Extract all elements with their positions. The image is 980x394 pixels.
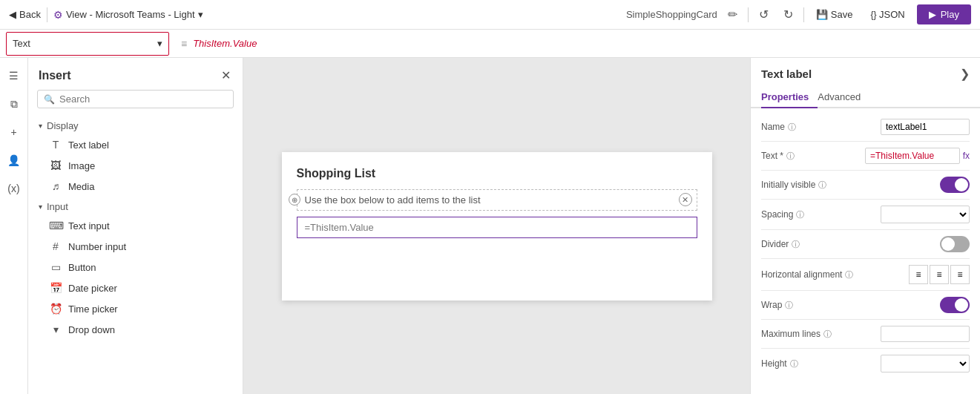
align-center-button[interactable]: ≡ [930, 265, 949, 284]
insert-item-text-label[interactable]: T Text label [28, 134, 243, 155]
divider-align [761, 290, 970, 291]
divider-toggle[interactable] [940, 236, 970, 252]
visible-toggle[interactable] [940, 177, 970, 193]
spacing-label-text: Spacing [761, 209, 793, 220]
props-tabs: Properties Advanced [751, 87, 980, 108]
props-panel: Text label ❯ Properties Advanced Name ⓘ [750, 58, 980, 394]
prop-text-row: Text * ⓘ =ThisItem.Value fx [761, 143, 970, 168]
insert-item-time-picker[interactable]: ⏰ Time picker [28, 298, 243, 319]
play-icon: ▶ [929, 9, 936, 20]
time-picker-text: Time picker [68, 303, 118, 315]
canvas-area[interactable]: Shopping List ⊕ Use the box below to add… [243, 58, 750, 394]
text-formula-value: =ThisItem.Value [870, 151, 934, 161]
prop-visible-row: Initially visible ⓘ [761, 172, 970, 197]
hamburger-button[interactable]: ☰ [2, 64, 26, 88]
close-insert-button[interactable]: ✕ [220, 67, 232, 84]
number-input-icon: # [49, 240, 62, 252]
maxlines-label-text: Maximum lines [761, 329, 820, 339]
search-input[interactable] [59, 93, 227, 105]
button-text: Button [68, 262, 96, 273]
app-name: SimpleShoppingCard [626, 9, 717, 20]
prop-divider-row: Divider ⓘ [761, 232, 970, 257]
redo-button[interactable]: ↻ [779, 6, 798, 23]
chevron-down-icon2: ▾ [157, 38, 162, 49]
view-selector[interactable]: ⚙ View - Microsoft Teams - Light ▾ [53, 9, 203, 21]
insert-item-number-input[interactable]: # Number input [28, 236, 243, 257]
prop-height-label: Height ⓘ [761, 358, 865, 370]
props-body: Name ⓘ Text * ⓘ =ThisItem.Value [751, 108, 980, 394]
text-formula-input[interactable]: =ThisItem.Value [865, 148, 960, 164]
expand-button[interactable]: ❯ [960, 67, 970, 81]
spacing-info-icon: ⓘ [796, 209, 804, 220]
section-input[interactable]: ▾ Input [28, 197, 243, 215]
insert-item-media[interactable]: ♬ Media [28, 176, 243, 197]
save-icon: 💾 [816, 9, 828, 20]
card-value-row[interactable]: =ThisItem.Value [297, 217, 697, 238]
date-picker-text: Date picker [68, 283, 117, 294]
add-button[interactable]: + [2, 120, 26, 144]
wrap-toggle[interactable] [940, 297, 970, 313]
person-button[interactable]: 👤 [2, 148, 26, 172]
wrap-label-text: Wrap [761, 300, 782, 310]
insert-list: ▾ Display T Text label 🖼 Image ♬ Media ▾… [28, 116, 243, 394]
time-picker-icon: ⏰ [49, 303, 62, 315]
card-close-button[interactable]: ✕ [679, 193, 692, 206]
edit-name-button[interactable]: ✏ [723, 6, 742, 23]
insert-item-button[interactable]: ▭ Button [28, 257, 243, 278]
divider-text [761, 170, 970, 171]
prop-maxlines-label: Maximum lines ⓘ [761, 329, 865, 340]
formula-selector[interactable]: Text ▾ [6, 32, 169, 56]
drag-handle[interactable]: ⊕ [289, 194, 300, 206]
undo-button[interactable]: ↺ [754, 6, 773, 23]
visible-label-text: Initially visible [761, 180, 815, 190]
text-input-icon: ⌨ [49, 220, 62, 232]
play-button[interactable]: ▶ Play [917, 4, 971, 24]
tab-properties[interactable]: Properties [761, 87, 818, 108]
json-button[interactable]: {} JSON [864, 6, 910, 23]
dropdown-text: Drop down [68, 324, 115, 335]
prop-spacing-label: Spacing ⓘ [761, 209, 865, 220]
chevron-icon: ▾ [39, 122, 42, 130]
insert-item-text-input[interactable]: ⌨ Text input [28, 215, 243, 236]
maxlines-input[interactable] [881, 326, 970, 342]
search-icon: 🔍 [44, 94, 55, 105]
number-input-text: Number input [68, 241, 126, 252]
text-label-text2: Text * [761, 151, 783, 161]
prop-text-label: Text * ⓘ [761, 151, 865, 162]
formula-bar: Text ▾ ≡ ThisItem.Value [0, 30, 980, 58]
insert-item-image[interactable]: 🖼 Image [28, 155, 243, 176]
divider-label-text: Divider [761, 239, 789, 249]
tab-advanced[interactable]: Advanced [818, 87, 869, 108]
insert-item-dropdown[interactable]: ▾ Drop down [28, 319, 243, 340]
align-right-button[interactable]: ≡ [950, 265, 970, 284]
spacing-select[interactable] [881, 206, 970, 223]
button-icon: ▭ [49, 261, 62, 273]
vars-button[interactable]: (x) [2, 177, 26, 200]
media-text: Media [68, 181, 94, 192]
align-buttons: ≡ ≡ ≡ [909, 265, 970, 284]
prop-maxlines-row: Maximum lines ⓘ [761, 321, 970, 347]
insert-item-date-picker[interactable]: 📅 Date picker [28, 278, 243, 298]
back-button[interactable]: ◀ Back [9, 9, 41, 20]
prop-divider-value [865, 236, 970, 252]
prop-text-value: =ThisItem.Value fx [865, 148, 970, 164]
formula-button[interactable]: fx [963, 151, 970, 161]
save-button[interactable]: 💾 Save [810, 6, 859, 23]
text-input-text: Text input [68, 220, 110, 232]
prop-align-row: Horizontal alignment ⓘ ≡ ≡ ≡ [761, 260, 970, 289]
section-display[interactable]: ▾ Display [28, 116, 243, 134]
card-value-text: =ThisItem.Value [305, 222, 374, 233]
divider-visible [761, 199, 970, 200]
section-display-label: Display [47, 120, 79, 131]
align-left-button[interactable]: ≡ [909, 265, 928, 284]
height-select[interactable] [881, 355, 970, 372]
text-label-icon: T [49, 139, 62, 151]
props-title: Text label [761, 68, 812, 80]
layers-button[interactable]: ⧉ [2, 92, 26, 116]
divider-info-icon: ⓘ [792, 239, 800, 250]
name-info-icon: ⓘ [788, 122, 796, 133]
name-input[interactable] [881, 119, 970, 135]
prop-spacing-row: Spacing ⓘ [761, 201, 970, 228]
search-box[interactable]: 🔍 [37, 90, 234, 108]
json-label: JSON [879, 9, 905, 20]
